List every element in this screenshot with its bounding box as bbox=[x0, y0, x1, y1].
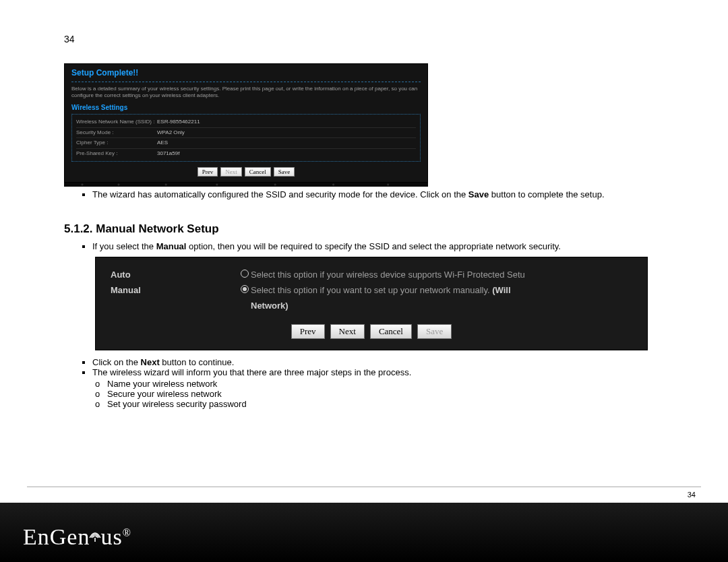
save-button[interactable]: Save bbox=[274, 167, 295, 177]
desc-bold: (Will bbox=[492, 285, 510, 295]
sub-step-list: Name your wireless network Secure your w… bbox=[64, 379, 664, 409]
bullet-text: option, then you will be required to spe… bbox=[186, 241, 560, 251]
bullet-manual-option: If you select the Manual option, then yo… bbox=[92, 241, 664, 251]
prev-button[interactable]: Prev bbox=[198, 167, 218, 177]
bullet-text: button to continue. bbox=[160, 357, 235, 367]
settings-key: Pre-Shared Key : bbox=[76, 150, 157, 157]
setup-complete-panel: Setup Complete!! Below is a detailed sum… bbox=[64, 63, 428, 183]
choice-row-manual: Manual Select this option if you want to… bbox=[96, 282, 647, 298]
settings-value: 3071a59f bbox=[157, 150, 179, 157]
section-heading: 5.1.2. Manual Network Setup bbox=[64, 222, 664, 236]
bullet-text: The wizard has automatically configured … bbox=[92, 189, 468, 199]
wireless-mode-panel: Auto Select this option if your wireless… bbox=[95, 257, 648, 350]
cancel-button[interactable]: Cancel bbox=[245, 167, 271, 177]
setup-complete-button-row: Prev Next Cancel Save bbox=[71, 167, 421, 177]
footer-rule bbox=[27, 487, 701, 487]
radio-auto[interactable] bbox=[239, 270, 251, 280]
settings-row-ssid: Wireless Network Name (SSID) : ESR-98554… bbox=[76, 117, 416, 127]
bullet-text: If you select the bbox=[92, 241, 156, 251]
settings-row-cipher: Cipher Type : AES bbox=[76, 138, 416, 148]
wifi-wave-icon bbox=[88, 522, 102, 547]
wireless-settings-heading: Wireless Settings bbox=[71, 103, 421, 112]
wireless-settings-box: Wireless Network Name (SSID) : ESR-98554… bbox=[71, 114, 421, 162]
footer-page-number: 34 bbox=[688, 491, 696, 499]
torn-edge-decoration bbox=[64, 183, 428, 187]
cancel-button[interactable]: Cancel bbox=[370, 324, 412, 339]
settings-key: Security Mode : bbox=[76, 129, 157, 136]
engenius-logo: EnGen us® bbox=[23, 524, 131, 550]
bullet-text: Click on the bbox=[92, 357, 141, 367]
setup-complete-title: Setup Complete!! bbox=[71, 68, 421, 82]
bullet-bold: Save bbox=[468, 189, 489, 199]
desc-text: Select this option if you want to set up… bbox=[251, 285, 492, 295]
settings-key: Cipher Type : bbox=[76, 139, 157, 146]
settings-value: ESR-9855462211 bbox=[157, 119, 200, 125]
settings-row-security-mode: Security Mode : WPA2 Only bbox=[76, 128, 416, 138]
choice-button-row: Prev Next Cancel Save bbox=[96, 324, 647, 339]
sub-step: Name your wireless network bbox=[95, 379, 664, 389]
sub-step: Secure your wireless network bbox=[95, 389, 664, 399]
choice-desc-manual: Select this option if you want to set up… bbox=[251, 285, 632, 295]
bullet-bold: Next bbox=[141, 357, 160, 367]
settings-value: AES bbox=[157, 139, 168, 146]
radio-icon bbox=[241, 270, 249, 278]
settings-key: Wireless Network Name (SSID) : bbox=[76, 119, 157, 125]
bullet-bold: Manual bbox=[156, 241, 187, 251]
page-footer: 34 EnGen us® bbox=[0, 500, 728, 562]
radio-icon bbox=[241, 285, 249, 293]
registered-icon: ® bbox=[123, 527, 131, 538]
choice-label-auto: Auto bbox=[111, 270, 239, 280]
next-button: Next bbox=[220, 167, 242, 177]
choice-desc-auto: Select this option if your wireless devi… bbox=[251, 270, 632, 280]
choice-row-auto: Auto Select this option if your wireless… bbox=[96, 267, 647, 282]
page-number-top: 34 bbox=[64, 34, 664, 44]
prev-button[interactable]: Prev bbox=[291, 324, 325, 339]
settings-row-psk: Pre-Shared Key : 3071a59f bbox=[76, 149, 416, 158]
setup-complete-intro: Below is a detailed summary of your wire… bbox=[71, 86, 421, 100]
bullet-wizard-auto: The wizard has automatically configured … bbox=[92, 189, 664, 199]
bullet-click-next: Click on the Next button to continue. bbox=[92, 357, 664, 367]
radio-manual[interactable] bbox=[239, 285, 251, 295]
bullet-text: button to complete the setup. bbox=[489, 189, 604, 199]
desc-bold: Network) bbox=[251, 301, 289, 311]
choice-label-manual: Manual bbox=[111, 285, 239, 295]
save-button: Save bbox=[417, 324, 452, 339]
sub-step: Set your wireless security password bbox=[95, 399, 664, 409]
settings-value: WPA2 Only bbox=[157, 129, 185, 136]
bullet-three-steps: The wireless wizard will inform you that… bbox=[92, 367, 664, 377]
choice-desc-manual-cont: Network) bbox=[251, 301, 632, 311]
next-button[interactable]: Next bbox=[330, 324, 365, 339]
choice-row-manual-cont: Network) bbox=[96, 298, 647, 313]
